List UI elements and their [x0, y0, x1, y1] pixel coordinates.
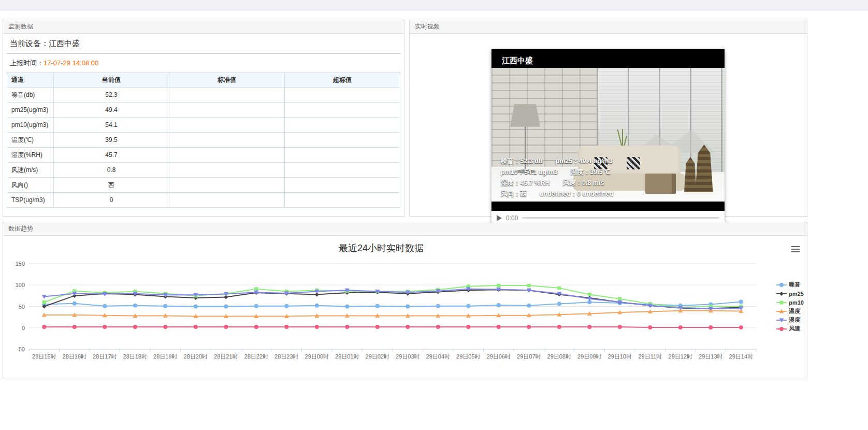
report-time-line: 上报时间：17-07-29 14:08:00 [7, 54, 400, 72]
monitor-table: 通道 当前值 标准值 超标值 噪音(db)52.3pm25(ug/m3)49.4… [7, 72, 400, 208]
panel-monitor-data: 监测数据 当前设备：江西中盛 上报时间：17-07-29 14:08:00 通道… [3, 20, 404, 217]
svg-text:28日19时: 28日19时 [153, 353, 177, 360]
svg-text:50: 50 [19, 304, 25, 310]
legend-marker-icon [776, 317, 787, 323]
video-overlay-line: 风向：西 undefined：0 undefined [501, 189, 613, 199]
video-overlay-line: 噪音：52.3 db pm25：49.4 ug/m3 [501, 156, 613, 167]
exceed-value-cell [285, 178, 400, 193]
standard-value-cell [169, 193, 285, 208]
svg-text:28日21时: 28日21时 [214, 353, 238, 360]
svg-text:29日09时: 29日09时 [577, 353, 601, 360]
channel-cell: 噪音(db) [7, 88, 54, 103]
svg-text:150: 150 [16, 261, 25, 267]
current-value-cell: 52.3 [54, 88, 169, 103]
standard-value-cell [169, 118, 285, 133]
legend-marker-icon [776, 326, 787, 332]
legend-item-湿度[interactable]: 湿度 [776, 316, 804, 324]
current-value-cell: 45.7 [54, 148, 169, 163]
legend-marker-icon [776, 282, 787, 288]
channel-cell: 湿度(%RH) [7, 148, 54, 163]
svg-text:29日04时: 29日04时 [426, 353, 450, 360]
current-value-cell: 0.8 [54, 163, 169, 178]
trend-chart: 最近24小时实时数据 -5005010015028日15时28日16时28日17… [3, 236, 807, 378]
svg-text:29日11时: 29日11时 [638, 353, 662, 360]
legend-item-风速[interactable]: 风速 [776, 324, 804, 333]
col-header-channel: 通道 [7, 73, 54, 88]
svg-text:29日13时: 29日13时 [699, 353, 722, 360]
svg-text:29日03时: 29日03时 [396, 353, 419, 360]
legend-marker-icon [776, 308, 787, 314]
legend-label: 湿度 [789, 316, 800, 324]
legend-item-噪音[interactable]: 噪音 [776, 280, 804, 289]
table-row: 风速(m/s)0.8 [7, 163, 400, 178]
channel-cell: 风向() [7, 178, 54, 193]
table-row: 风向()西 [7, 178, 400, 193]
table-row: 噪音(db)52.3 [7, 88, 400, 103]
svg-text:29日10时: 29日10时 [608, 353, 632, 360]
standard-value-cell [169, 133, 285, 148]
col-header-exceed: 超标值 [285, 73, 400, 88]
panel-data-trend: 数据趋势 最近24小时实时数据 -5005010015028日15时28日16时… [3, 222, 807, 378]
svg-text:28日16时: 28日16时 [63, 353, 86, 360]
exceed-value-cell [285, 88, 400, 103]
panel-trend-title: 数据趋势 [3, 222, 807, 236]
channel-cell: 风速(m/s) [7, 163, 54, 178]
channel-cell: 温度(℃) [7, 133, 54, 148]
panel-realtime-video: 实时视频 江西中盛 [409, 20, 807, 217]
video-overlay-readings: 噪音：52.3 db pm25：49.4 ug/m3pm10：54.1 ug/m… [501, 156, 613, 199]
video-progress-bar[interactable] [522, 217, 719, 219]
channel-cell: TSP(ug/m3) [7, 193, 54, 208]
svg-text:29日01时: 29日01时 [335, 353, 359, 360]
legend-label: pm25 [789, 291, 804, 297]
table-row: TSP(ug/m3)0 [7, 193, 400, 208]
svg-text:28日20时: 28日20时 [184, 353, 208, 360]
table-row: pm10(ug/m3)54.1 [7, 118, 400, 133]
panel-video-title: 实时视频 [410, 20, 807, 34]
legend-marker-icon [776, 291, 787, 297]
svg-text:29日02时: 29日02时 [366, 353, 389, 360]
legend-item-温度[interactable]: 温度 [776, 307, 804, 316]
standard-value-cell [169, 103, 285, 118]
current-value-cell: 39.5 [54, 133, 169, 148]
svg-text:0: 0 [22, 325, 25, 331]
svg-text:28日15时: 28日15时 [32, 353, 56, 360]
svg-text:29日05时: 29日05时 [456, 353, 480, 360]
standard-value-cell [169, 163, 285, 178]
svg-text:29日12时: 29日12时 [669, 353, 692, 360]
standard-value-cell [169, 178, 285, 193]
exceed-value-cell [285, 103, 400, 118]
chart-legend: 噪音pm25pm10温度湿度风速 [776, 280, 804, 333]
play-button[interactable] [497, 215, 502, 221]
video-player[interactable]: 江西中盛 噪音：52.3 db pm2 [491, 49, 725, 225]
current-value-cell: 0 [54, 193, 169, 208]
chart-title: 最近24小时实时数据 [3, 236, 759, 254]
exceed-value-cell [285, 193, 400, 208]
exceed-value-cell [285, 163, 400, 178]
legend-label: pm10 [789, 299, 804, 306]
coffee-table-graphic [645, 174, 676, 194]
svg-text:29日08时: 29日08时 [547, 353, 571, 360]
standard-value-cell [169, 88, 285, 103]
legend-label: 噪音 [789, 281, 800, 289]
floor-lamp-graphic [510, 104, 540, 127]
col-header-current: 当前值 [54, 73, 169, 88]
current-value-cell: 49.4 [54, 103, 169, 118]
video-screen[interactable]: 江西中盛 噪音：52.3 db pm2 [491, 49, 725, 211]
current-value-cell: 西 [54, 178, 169, 193]
svg-text:100: 100 [16, 282, 25, 288]
exceed-value-cell [285, 148, 400, 163]
svg-text:29日06时: 29日06时 [487, 353, 511, 360]
legend-item-pm25[interactable]: pm25 [776, 289, 804, 298]
table-row: 温度(℃)39.5 [7, 133, 400, 148]
standard-value-cell [169, 148, 285, 163]
pillow-graphic [627, 157, 640, 169]
svg-text:29日00时: 29日00时 [305, 353, 329, 360]
channel-cell: pm10(ug/m3) [7, 118, 54, 133]
current-device-label: 当前设备：江西中盛 [7, 36, 400, 54]
report-time-label: 上报时间： [10, 59, 44, 67]
svg-text:28日18时: 28日18时 [123, 353, 147, 360]
panel-monitor-title: 监测数据 [3, 20, 404, 34]
svg-text:29日14时: 29日14时 [729, 353, 753, 360]
chart-menu-icon[interactable] [791, 246, 800, 254]
legend-item-pm10[interactable]: pm10 [776, 298, 804, 307]
